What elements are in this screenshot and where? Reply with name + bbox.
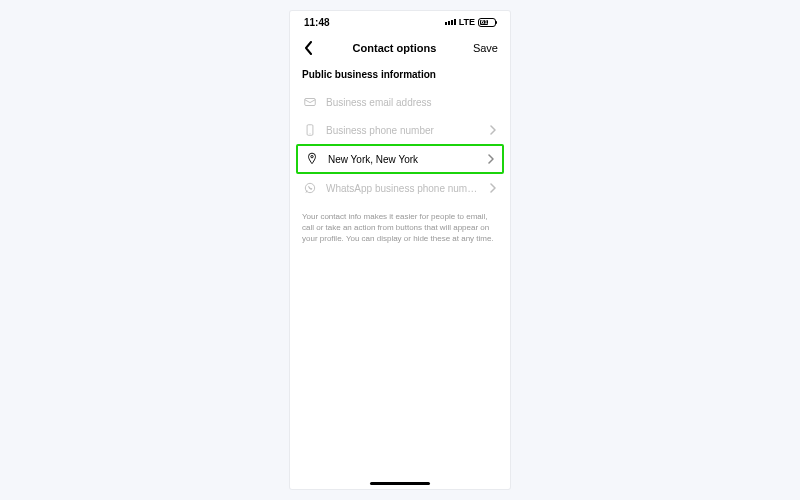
page-title: Contact options bbox=[353, 42, 437, 54]
svg-point-2 bbox=[310, 133, 311, 134]
contact-options-list: Business email address Business phone nu… bbox=[290, 88, 510, 202]
status-time: 11:48 bbox=[304, 17, 330, 28]
section-title: Public business information bbox=[290, 65, 510, 88]
home-indicator[interactable] bbox=[370, 482, 430, 485]
chevron-left-icon bbox=[304, 41, 314, 55]
row-label: Business phone number bbox=[326, 125, 480, 136]
signal-icon bbox=[445, 19, 456, 25]
status-right: LTE 61 bbox=[445, 17, 496, 27]
battery-text: 61 bbox=[480, 20, 488, 25]
battery-icon: 61 bbox=[478, 18, 496, 27]
save-button[interactable]: Save bbox=[473, 42, 498, 54]
mail-icon bbox=[302, 94, 318, 110]
row-label: WhatsApp business phone num… bbox=[326, 183, 480, 194]
status-bar: 11:48 LTE 61 bbox=[290, 11, 510, 33]
info-text: Your contact info makes it easier for pe… bbox=[290, 202, 510, 254]
row-label: Business email address bbox=[326, 97, 498, 108]
whatsapp-icon bbox=[302, 180, 318, 196]
svg-rect-0 bbox=[305, 99, 316, 106]
row-label: New York, New York bbox=[328, 154, 478, 165]
svg-point-3 bbox=[311, 156, 313, 158]
chevron-right-icon bbox=[486, 154, 496, 164]
phone-frame: 11:48 LTE 61 Contact options Save Public… bbox=[290, 11, 510, 489]
row-business-phone[interactable]: Business phone number bbox=[296, 116, 504, 144]
chevron-right-icon bbox=[488, 183, 498, 193]
back-button[interactable] bbox=[302, 41, 316, 55]
network-label: LTE bbox=[459, 17, 475, 27]
chevron-right-icon bbox=[488, 125, 498, 135]
location-icon bbox=[304, 151, 320, 167]
row-business-email[interactable]: Business email address bbox=[296, 88, 504, 116]
phone-icon bbox=[302, 122, 318, 138]
row-whatsapp-phone[interactable]: WhatsApp business phone num… bbox=[296, 174, 504, 202]
nav-header: Contact options Save bbox=[290, 33, 510, 65]
row-business-address[interactable]: New York, New York bbox=[296, 144, 504, 174]
